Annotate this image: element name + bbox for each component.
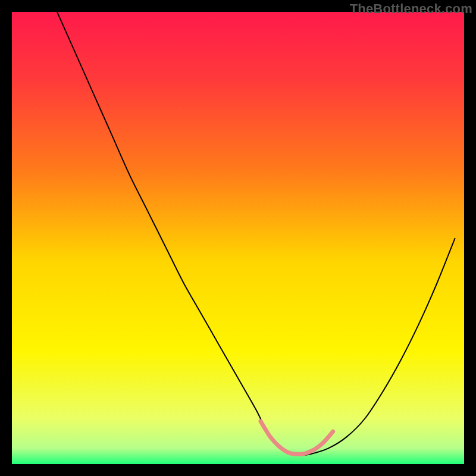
chart-frame: TheBottleneck.com [0,0,476,476]
gradient-background [12,12,464,464]
watermark-text: TheBottleneck.com [350,1,472,17]
plot-area [12,12,464,464]
bottleneck-curve-chart [12,12,464,464]
